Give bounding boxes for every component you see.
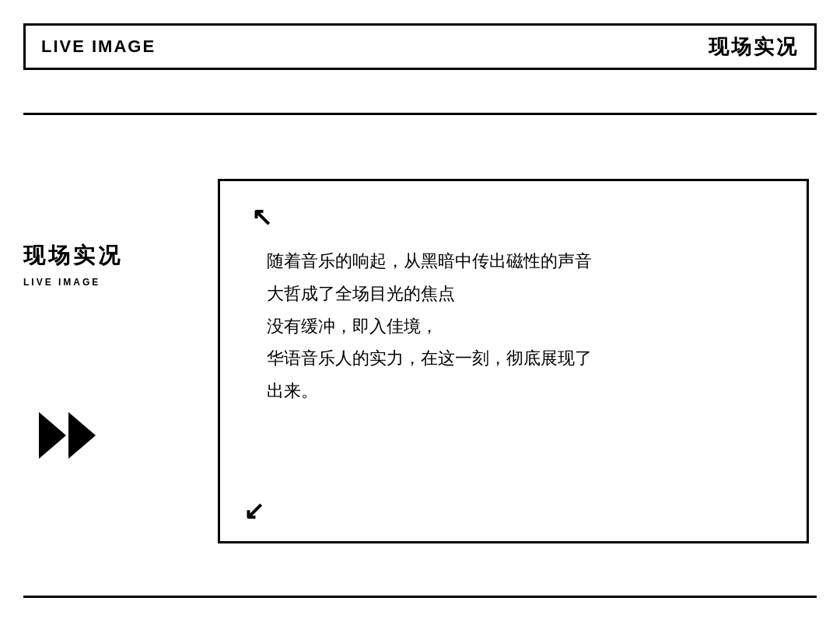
top-divider xyxy=(23,113,817,115)
svg-marker-1 xyxy=(68,412,96,459)
content-text-block: 随着音乐的响起，从黑暗中传出磁性的声音 大哲成了全场目光的焦点 没有缓冲，即入佳… xyxy=(267,245,775,407)
svg-marker-0 xyxy=(39,412,66,459)
arrow-top-left-icon: ↖ xyxy=(251,204,775,229)
sidebar-chinese-title: 现场实况 xyxy=(23,241,202,271)
left-section: 现场实况 LIVE IMAGE xyxy=(23,241,202,288)
header-right-label: 现场实况 xyxy=(709,33,799,61)
arrow-bottom-left-icon: ↙ xyxy=(243,496,264,526)
content-line-1: 随着音乐的响起，从黑暗中传出磁性的声音 xyxy=(267,245,775,278)
bottom-divider xyxy=(23,596,817,598)
main-content-box: ↖ 随着音乐的响起，从黑暗中传出磁性的声音 大哲成了全场目光的焦点 没有缓冲，即… xyxy=(218,179,809,543)
header-left-label: LIVE IMAGE xyxy=(41,37,156,57)
fast-forward-icon xyxy=(39,412,101,459)
top-header-bar: LIVE IMAGE 现场实况 xyxy=(23,23,817,70)
content-line-5: 出来。 xyxy=(267,375,775,407)
content-line-3: 没有缓冲，即入佳境， xyxy=(267,310,775,343)
content-line-4: 华语音乐人的实力，在这一刻，彻底展现了 xyxy=(267,342,775,375)
sidebar-english-subtitle: LIVE IMAGE xyxy=(23,277,202,288)
content-line-2: 大哲成了全场目光的焦点 xyxy=(267,278,775,310)
